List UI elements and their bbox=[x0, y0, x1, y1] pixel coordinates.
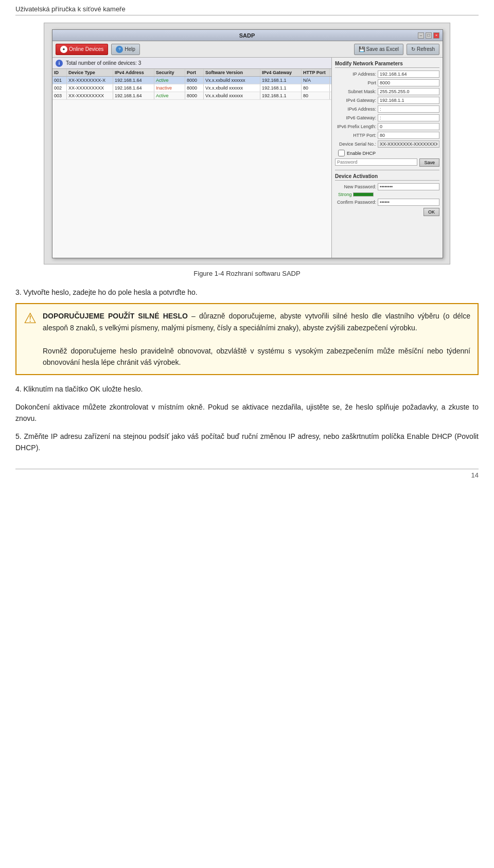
http-port-input[interactable] bbox=[378, 132, 439, 139]
ipv6-gateway-row: IPv6 Gateway: bbox=[335, 114, 439, 121]
refresh-icon: ↻ bbox=[411, 46, 415, 52]
device-activation-title: Device Activation bbox=[335, 173, 439, 181]
online-devices-button[interactable]: ● Online Devices bbox=[56, 44, 108, 55]
http-port-row: HTTP Port: bbox=[335, 132, 439, 139]
new-password-input[interactable] bbox=[378, 183, 439, 190]
table-row[interactable]: 002 XX-XXXXXXXXX 192.168.1.64 Inactive 8… bbox=[52, 84, 331, 92]
step4-text: 4. Kliknutím na tlačítko OK uložte heslo… bbox=[15, 383, 479, 395]
subnet-mask-input[interactable] bbox=[378, 88, 439, 95]
enable-dhcp-row: Enable DHCP bbox=[335, 150, 439, 156]
excel-icon: 💾 bbox=[359, 46, 365, 52]
sadp-title: SADP bbox=[76, 32, 418, 39]
password-input[interactable] bbox=[335, 158, 417, 166]
port-input[interactable] bbox=[378, 79, 439, 86]
sadp-window: SADP – □ × ● Online Devices ? Help 💾 Sav… bbox=[52, 29, 443, 258]
sadp-toolbar: ● Online Devices ? Help 💾 Save as Excel … bbox=[52, 41, 443, 58]
warning-bold: DOPORUČUJEME POUŽÍT SILNÉ HESLO bbox=[43, 312, 188, 320]
window-controls: – □ × bbox=[418, 32, 439, 39]
ipv6-address-input[interactable] bbox=[378, 105, 439, 113]
strength-indicator bbox=[353, 192, 374, 197]
new-password-row: New Password: bbox=[335, 183, 439, 190]
warning-text2: Rovněž doporučujeme heslo pravidelně obn… bbox=[43, 347, 470, 366]
step5-item: 5. Změňte IP adresu zařízení na stejnou … bbox=[15, 431, 479, 454]
confirm-password-row: Confirm Password: bbox=[335, 199, 439, 206]
screenshot-container: SADP – □ × ● Online Devices ? Help 💾 Sav… bbox=[44, 23, 450, 264]
device-serial-input bbox=[378, 140, 439, 148]
minimize-button[interactable]: – bbox=[418, 32, 424, 39]
password-save-row: Save bbox=[335, 158, 439, 167]
step4-detail-text: Dokončení aktivace můžete zkontrolovat v… bbox=[15, 401, 479, 424]
ipv4-gateway-row: IPv4 Gateway: bbox=[335, 97, 439, 104]
sadp-main: i Total number of online devices: 3 ID D… bbox=[52, 58, 443, 258]
page-header: Uživatelská příručka k síťové kameře bbox=[15, 5, 479, 15]
online-icon: ● bbox=[60, 46, 67, 53]
figure-caption: Figure 1-4 Rozhraní softwaru SADP bbox=[15, 270, 479, 277]
enable-dhcp-checkbox[interactable] bbox=[338, 150, 345, 156]
header-title: Uživatelská příručka k síťové kameře bbox=[15, 5, 126, 13]
modify-network-title: Modify Network Parameters bbox=[335, 61, 439, 68]
info-bar: i Total number of online devices: 3 bbox=[52, 58, 331, 69]
page-footer: 14 bbox=[15, 469, 479, 479]
port-row: Port bbox=[335, 79, 439, 86]
save-excel-button[interactable]: 💾 Save as Excel bbox=[354, 44, 403, 55]
table-row[interactable]: 001 XX-XXXXXXXX-X 192.168.1.64 Active 80… bbox=[52, 77, 331, 84]
table-row[interactable]: 003 XX-XXXXXXXXX 192.168.1.64 Active 800… bbox=[52, 92, 331, 100]
maximize-button[interactable]: □ bbox=[426, 32, 432, 39]
table-header: ID Device Type IPv4 Address Security Por… bbox=[52, 69, 331, 77]
device-list-panel: i Total number of online devices: 3 ID D… bbox=[52, 58, 332, 258]
ipv6-gateway-input[interactable] bbox=[378, 114, 439, 121]
info-icon: i bbox=[56, 60, 63, 67]
refresh-button[interactable]: ↻ Refresh bbox=[407, 44, 439, 55]
ok-row: OK bbox=[335, 208, 439, 216]
sadp-titlebar: SADP – □ × bbox=[52, 30, 443, 41]
step3-intro: 3. Vytvořte heslo, zadejte ho do pole he… bbox=[15, 287, 479, 298]
help-icon: ? bbox=[116, 46, 123, 53]
ok-button[interactable]: OK bbox=[424, 208, 439, 216]
content-section: 3. Vytvořte heslo, zadejte ho do pole he… bbox=[15, 287, 479, 453]
ipv6-address-row: IPv6 Address: bbox=[335, 105, 439, 113]
ip-address-row: IP Address: bbox=[335, 70, 439, 78]
warning-icon: ⚠ bbox=[24, 311, 37, 326]
subnet-mask-row: Subnet Mask: bbox=[335, 88, 439, 95]
page-number: 14 bbox=[471, 471, 479, 479]
ipv6-prefix-row: IPv6 Prefix Length: bbox=[335, 123, 439, 130]
modify-network-panel: Modify Network Parameters IP Address: Po… bbox=[332, 58, 443, 258]
help-button[interactable]: ? Help bbox=[111, 44, 140, 55]
ip-address-input[interactable] bbox=[378, 70, 439, 78]
close-button[interactable]: × bbox=[433, 32, 439, 39]
password-strength-bar: Strong bbox=[338, 192, 439, 197]
device-serial-row: Device Serial No.: bbox=[335, 140, 439, 148]
step4-detail: Dokončení aktivace můžete zkontrolovat v… bbox=[15, 401, 479, 424]
save-network-button[interactable]: Save bbox=[419, 158, 439, 167]
warning-text: DOPORUČUJEME POUŽÍT SILNÉ HESLO – důrazn… bbox=[43, 310, 470, 368]
step5-text: 5. Změňte IP adresu zařízení na stejnou … bbox=[15, 431, 479, 454]
step4-item: 4. Kliknutím na tlačítko OK uložte heslo… bbox=[15, 383, 479, 395]
warning-box: ⚠ DOPORUČUJEME POUŽÍT SILNÉ HESLO – důra… bbox=[15, 303, 479, 375]
ipv6-prefix-input[interactable] bbox=[378, 123, 439, 130]
confirm-password-input[interactable] bbox=[378, 199, 439, 206]
ipv4-gateway-input[interactable] bbox=[378, 97, 439, 104]
